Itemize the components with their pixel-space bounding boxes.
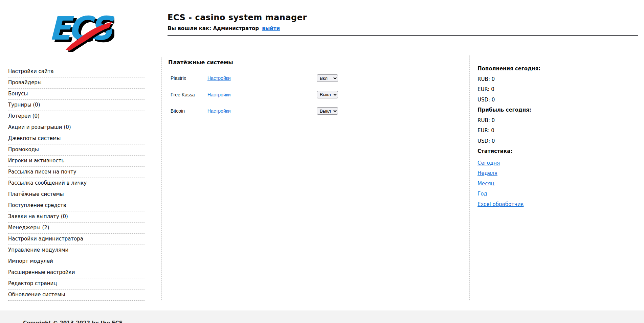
sidebar-item-label: Заявки на выплату (0) [8, 213, 68, 220]
sidebar-item-label: Платёжные системы [8, 191, 64, 197]
sidebar-item-label: Поступление средств [8, 202, 66, 208]
profit-today-title: Прибыль сегодня: [478, 105, 589, 115]
sidebar-item[interactable]: Рассылка писем на почту [8, 167, 145, 178]
currency-value: USD: 0 [478, 138, 495, 144]
copyright-text: Copyright © 2013-2022 by the ECS [23, 320, 123, 323]
currency-line: EUR: 0 [478, 84, 589, 95]
sidebar-item[interactable]: Заявки на выплату (0) [8, 211, 145, 223]
sidebar-item-label: Управление модулями [8, 247, 68, 253]
sidebar-item[interactable]: Бонусы [8, 89, 145, 100]
payments-list: Piastrix Настройки ВклВыкл Free Kassa На… [168, 0, 466, 135]
currency-line: EUR: 0 [478, 125, 589, 136]
currency-value: EUR: 0 [478, 86, 494, 92]
sidebar-item[interactable]: Лотереи (0) [8, 111, 145, 122]
sidebar-item-label: Лотереи (0) [8, 113, 40, 119]
payment-name: Piastrix [168, 75, 207, 81]
sidebar-item-label: Провайдеры [8, 79, 42, 86]
sidebar-item-label: Бонусы [8, 91, 28, 97]
sidebar-item[interactable]: Игроки и активность [8, 156, 145, 167]
deposits-today-title: Пополнения сегодня: [478, 64, 589, 74]
sidebar-item-label: Настройки сайта [8, 68, 54, 74]
sidebar-item[interactable]: Обновление системы [8, 290, 145, 301]
currency-value: RUB: 0 [478, 117, 495, 123]
payment-state-select[interactable]: ВклВыкл [317, 91, 338, 98]
sidebar-item-label: Промокоды [8, 146, 39, 153]
stats-panel: Пополнения сегодня: RUB: 0 EUR: 0 USD: 0… [478, 64, 589, 209]
sidebar-item[interactable]: Турниры (0) [8, 100, 145, 111]
statistics-link[interactable]: Неделя [478, 170, 497, 176]
statistics-link-line: Неделя [478, 168, 589, 179]
sidebar-item[interactable]: Редактор страниц [8, 278, 145, 290]
sidebar-item-label: Акции и розыгрыши (0) [8, 124, 71, 130]
payment-settings-link[interactable]: Настройки [207, 92, 231, 97]
sidebar-main-divider [161, 57, 162, 301]
statistics-link[interactable]: Excel обработчик [478, 201, 524, 207]
footer: Copyright © 2013-2022 by the ECS [0, 310, 644, 323]
statistics-link[interactable]: Месяц [478, 181, 494, 187]
payment-settings-link[interactable]: Настройки [207, 75, 231, 81]
sidebar-item-label: Джекпоты системы [8, 135, 61, 141]
sidebar-item[interactable]: Промокоды [8, 144, 145, 156]
payment-row: Bitcoin Настройки ВклВыкл [168, 107, 371, 115]
sidebar-item[interactable]: Менеджеры (2) [8, 223, 145, 234]
sidebar-item[interactable]: Поступление средств [8, 200, 145, 211]
sidebar-item[interactable]: Платёжные системы [8, 189, 145, 200]
sidebar-item[interactable]: Расширенные настройки [8, 267, 145, 278]
sidebar-item-label: Настройки администратора [8, 236, 83, 242]
payment-settings-link[interactable]: Настройки [207, 108, 231, 114]
statistics-link[interactable]: Год [478, 191, 487, 197]
sidebar-item[interactable]: Провайдеры [8, 77, 145, 89]
statistics-link[interactable]: Сегодня [478, 160, 500, 166]
statistics-link-line: Сегодня [478, 158, 589, 168]
sidebar-item[interactable]: Рассылка сообщений в личку [8, 178, 145, 189]
sidebar-item-label: Рассылка писем на почту [8, 169, 76, 175]
sidebar-item[interactable]: Настройки сайта [8, 66, 145, 77]
payment-state-select[interactable]: ВклВыкл [317, 74, 338, 82]
sidebar-item[interactable]: Импорт модулей [8, 256, 145, 267]
currency-line: USD: 0 [478, 136, 589, 146]
currency-line: RUB: 0 [478, 74, 589, 85]
sidebar-item[interactable]: Джекпоты системы [8, 133, 145, 144]
sidebar-item[interactable]: Управление модулями [8, 245, 145, 256]
payment-row: Free Kassa Настройки ВклВыкл [168, 90, 371, 99]
currency-value: RUB: 0 [478, 76, 495, 82]
payment-row: Piastrix Настройки ВклВыкл [168, 74, 371, 83]
payment-name: Free Kassa [168, 92, 207, 97]
sidebar-item-label: Импорт модулей [8, 258, 53, 264]
sidebar-item[interactable]: Настройки администратора [8, 234, 145, 245]
statistics-link-line: Excel обработчик [478, 199, 589, 210]
currency-value: USD: 0 [478, 97, 495, 103]
statistics-link-line: Год [478, 189, 589, 199]
sidebar-item-label: Рассылка сообщений в личку [8, 180, 87, 186]
sidebar-item-label: Турниры (0) [8, 102, 40, 108]
payment-state-select[interactable]: ВклВыкл [317, 107, 338, 115]
sidebar-item-label: Игроки и активность [8, 158, 64, 164]
ecs-logo-graphic: ECS ECS [46, 7, 114, 52]
currency-line: USD: 0 [478, 95, 589, 105]
currency-line: RUB: 0 [478, 115, 589, 126]
sidebar-item-label: Обновление системы [8, 292, 65, 298]
sidebar-item[interactable]: Акции и розыгрыши (0) [8, 122, 145, 133]
currency-value: EUR: 0 [478, 128, 494, 134]
statistics-title: Статистика: [478, 146, 589, 157]
payment-name: Bitcoin [168, 108, 207, 114]
ecs-logo: ECS ECS [46, 7, 114, 52]
statistics-link-line: Месяц [478, 179, 589, 189]
main-stats-divider [469, 55, 470, 301]
sidebar-menu: Настройки сайта Провайдеры Бонусы Турнир… [8, 66, 145, 301]
sidebar-item-label: Менеджеры (2) [8, 225, 49, 231]
sidebar-item-label: Расширенные настройки [8, 269, 75, 275]
sidebar-item-label: Редактор страниц [8, 280, 57, 286]
